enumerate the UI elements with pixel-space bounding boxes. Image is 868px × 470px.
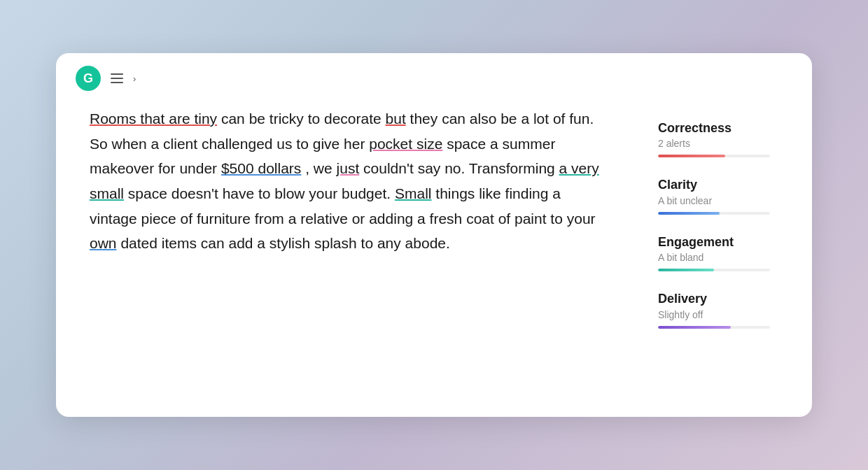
highlight-just: just: [337, 160, 360, 176]
editor-area[interactable]: Rooms that are tiny can be tricky to dec…: [56, 99, 644, 417]
highlight-small: Small: [395, 185, 432, 201]
score-engagement-bar-track: [658, 269, 770, 271]
score-engagement-bar-fill: [658, 269, 714, 271]
text-segment: couldn't say no. Transforming: [363, 160, 559, 176]
text-segment: , we: [305, 160, 336, 176]
chevron-right-icon: ›: [133, 73, 136, 84]
score-delivery-bar-fill: [658, 326, 731, 329]
highlight-own: own: [90, 235, 117, 251]
score-delivery-sublabel: Slightly off: [658, 309, 791, 320]
score-delivery-label: Delivery: [658, 291, 791, 307]
text-segment: space doesn't have to blow your budget.: [128, 185, 395, 201]
main-card: G › Rooms that are tiny can be tricky to…: [56, 53, 812, 417]
text-segment: dated items can add a stylish splash to …: [120, 235, 449, 251]
score-engagement-label: Engagement: [658, 234, 791, 250]
highlight-pocket-size: pocket size: [369, 136, 442, 152]
highlight-rooms-tiny: Rooms that are tiny: [90, 111, 217, 127]
score-delivery-bar-track: [658, 326, 770, 329]
score-clarity-label: Clarity: [658, 177, 791, 193]
grammarly-logo: G: [76, 66, 101, 91]
score-clarity-bar-track: [658, 212, 770, 215]
toolbar: G ›: [56, 53, 812, 99]
highlight-500-dollars: $500 dollars: [221, 160, 301, 176]
score-correctness-sublabel: 2 alerts: [658, 138, 791, 149]
score-clarity-sublabel: A bit unclear: [658, 195, 791, 206]
score-clarity[interactable]: Clarity A bit unclear: [658, 177, 791, 214]
score-correctness-bar-fill: [658, 155, 725, 157]
highlight-but: but: [386, 111, 406, 127]
score-correctness-bar-track: [658, 155, 770, 157]
score-engagement-sublabel: A bit bland: [658, 252, 791, 263]
text-segment: can be tricky to decorate: [221, 111, 386, 127]
score-correctness[interactable]: Correctness 2 alerts: [658, 120, 791, 157]
score-engagement[interactable]: Engagement A bit bland: [658, 234, 791, 271]
score-correctness-label: Correctness: [658, 120, 791, 136]
menu-button[interactable]: [108, 71, 126, 86]
scores-panel: Correctness 2 alerts Clarity A bit uncle…: [644, 99, 812, 417]
editor-text[interactable]: Rooms that are tiny can be tricky to dec…: [90, 106, 610, 256]
card-body: Rooms that are tiny can be tricky to dec…: [56, 99, 812, 417]
score-delivery[interactable]: Delivery Slightly off: [658, 291, 791, 328]
score-clarity-bar-fill: [658, 212, 720, 215]
